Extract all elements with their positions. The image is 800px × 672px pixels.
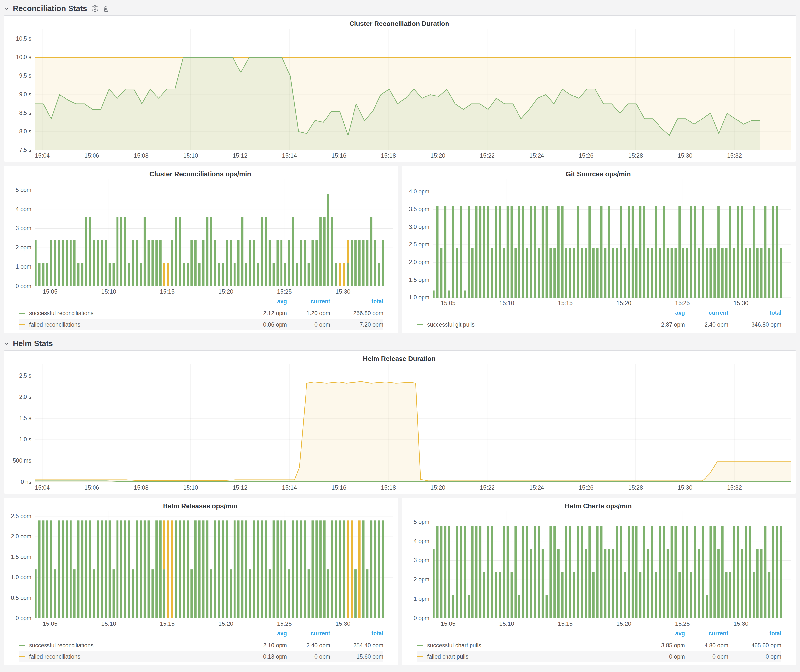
legend-header-avg[interactable]: avg: [642, 628, 685, 638]
panel-title[interactable]: Helm Charts ops/min: [405, 501, 791, 511]
y-tick-label: 3 opm: [16, 225, 31, 232]
panel-title[interactable]: Cluster Reconciliations ops/min: [7, 169, 393, 179]
section-header-reconciliation[interactable]: Reconciliation Stats: [4, 2, 796, 15]
panel-title[interactable]: Helm Releases ops/min: [7, 501, 393, 511]
legend: avg current total successful reconciliat…: [7, 296, 393, 331]
cluster-reconciliation-duration-chart: 10.5 s10.0 s9.5 s9.0 s8.5 s8.0 s7.5 s: [7, 29, 791, 150]
legend-stat-avg: 2.87 opm: [642, 319, 685, 330]
legend-header-total[interactable]: total: [330, 296, 383, 307]
x-tick-label: 15:28: [628, 152, 643, 159]
helm-releases-chart: 2.5 opm2.0 opm1.5 opm1.0 opm0.5 opm0 opm: [7, 511, 393, 618]
legend-header-current[interactable]: current: [685, 628, 728, 638]
plot-area[interactable]: [35, 179, 393, 286]
x-tick-label: 15:05: [43, 288, 58, 295]
dashboard: Reconciliation Stats Cluster Reconciliat…: [0, 0, 800, 669]
x-tick-label: 15:20: [218, 620, 233, 627]
x-tick-label: 15:10: [101, 620, 116, 627]
legend-stat-current: 1.20 opm: [287, 307, 330, 319]
panel-helm-release-duration: Helm Release Duration 2.5 s2.0 s1.5 s1.0…: [4, 350, 796, 494]
legend-stat-avg: 0 opm: [642, 651, 685, 662]
plot-svg[interactable]: [35, 29, 791, 150]
legend-stat-total: 465.60 opm: [728, 640, 781, 651]
y-tick-label: 1.5 s: [19, 415, 31, 422]
legend-header-avg[interactable]: avg: [642, 307, 685, 318]
legend-stat-current: 4.80 opm: [685, 640, 728, 651]
x-tick-label: 15:24: [530, 484, 544, 491]
y-tick-label: 2.0 opm: [11, 533, 31, 540]
x-axis: 15:0415:0615:0815:1015:1215:1415:1615:18…: [35, 150, 791, 160]
x-tick-label: 15:05: [441, 620, 456, 627]
legend-series-label[interactable]: failed reconciliations: [29, 322, 80, 328]
legend-header-total[interactable]: total: [728, 307, 781, 318]
y-axis: 4.0 opm3.5 opm3.0 opm2.5 opm2.0 opm1.5 o…: [405, 179, 433, 298]
plot-area[interactable]: [433, 179, 791, 298]
legend-series-label[interactable]: failed chart pulls: [427, 653, 468, 660]
y-tick-label: 9.5 s: [19, 72, 31, 79]
panel-git-sources-ops: Git Sources ops/min 4.0 opm3.5 opm3.0 op…: [402, 166, 796, 333]
legend-series-label[interactable]: successful reconciliations: [29, 642, 93, 649]
x-tick-label: 15:15: [160, 288, 174, 295]
legend: avg current total successful chart pulls…: [405, 628, 791, 663]
legend-header-current[interactable]: current: [287, 296, 330, 307]
x-tick-label: 15:04: [35, 152, 50, 159]
plot-svg[interactable]: [433, 179, 791, 298]
series-color-dash: [19, 313, 25, 314]
section-header-helm[interactable]: Helm Stats: [4, 337, 796, 350]
chevron-down-icon[interactable]: [4, 341, 10, 346]
y-tick-label: 0 ns: [21, 479, 31, 485]
x-tick-label: 15:06: [84, 152, 99, 159]
panel-title[interactable]: Git Sources ops/min: [405, 169, 791, 179]
section-title[interactable]: Reconciliation Stats: [13, 4, 87, 13]
y-tick-label: 4 opm: [16, 206, 31, 213]
x-tick-label: 15:05: [43, 620, 58, 627]
panel-title[interactable]: Cluster Reconciliation Duration: [7, 19, 791, 29]
panel-cluster-reconciliations-ops: Cluster Reconciliations ops/min 5 opm4 o…: [4, 166, 398, 333]
y-tick-label: 3 opm: [414, 557, 429, 564]
gear-icon[interactable]: [91, 5, 98, 12]
plot-svg[interactable]: [433, 511, 791, 618]
legend-header-avg[interactable]: avg: [244, 628, 287, 638]
chevron-down-icon[interactable]: [4, 6, 10, 11]
plot-area[interactable]: [433, 511, 791, 618]
legend-header-total[interactable]: total: [330, 628, 383, 638]
y-tick-label: 0 opm: [16, 615, 31, 622]
y-tick-label: 0 opm: [16, 283, 31, 290]
x-tick-label: 15:10: [499, 300, 514, 307]
legend-series-label[interactable]: successful git pulls: [427, 322, 475, 328]
plot-area[interactable]: [35, 511, 393, 618]
helm-charts-chart: 5 opm4 opm3 opm2 opm1 opm0 opm: [405, 511, 791, 618]
x-tick-label: 15:20: [616, 300, 631, 307]
series-color-dash: [417, 656, 423, 658]
x-tick-label: 15:30: [678, 152, 693, 159]
panel-helm-charts-ops: Helm Charts ops/min 5 opm4 opm3 opm2 opm…: [402, 498, 796, 665]
y-tick-label: 2.5 opm: [11, 513, 31, 520]
plot-svg[interactable]: [35, 364, 791, 482]
x-tick-label: 15:26: [579, 484, 594, 491]
plot-area[interactable]: [35, 29, 791, 150]
x-tick-label: 15:08: [134, 152, 149, 159]
y-axis: 5 opm4 opm3 opm2 opm1 opm0 opm: [7, 179, 35, 286]
x-tick-label: 15:10: [183, 152, 198, 159]
y-tick-label: 500 ms: [13, 458, 31, 464]
x-tick-label: 15:30: [733, 300, 748, 307]
x-tick-label: 15:15: [558, 300, 573, 307]
legend-series-label[interactable]: successful reconciliations: [29, 310, 93, 317]
y-tick-label: 8.5 s: [19, 110, 31, 116]
legend-header-current[interactable]: current: [287, 628, 330, 638]
legend-header-avg[interactable]: avg: [244, 296, 287, 307]
legend-header-total[interactable]: total: [728, 628, 781, 638]
legend-header-current[interactable]: current: [685, 307, 728, 318]
section-title[interactable]: Helm Stats: [13, 339, 53, 348]
x-tick-label: 15:05: [441, 300, 456, 307]
y-tick-label: 1.0 opm: [409, 294, 429, 301]
legend-series-label[interactable]: failed reconciliations: [29, 653, 80, 660]
plot-area[interactable]: [35, 364, 791, 482]
series-color-dash: [19, 656, 25, 658]
panel-title[interactable]: Helm Release Duration: [7, 354, 791, 364]
y-tick-label: 1 opm: [16, 264, 31, 270]
plot-svg[interactable]: [35, 179, 393, 286]
trash-icon[interactable]: [103, 5, 109, 12]
plot-svg[interactable]: [35, 511, 393, 618]
x-tick-label: 15:28: [628, 484, 643, 491]
legend-series-label[interactable]: successful chart pulls: [427, 642, 482, 649]
